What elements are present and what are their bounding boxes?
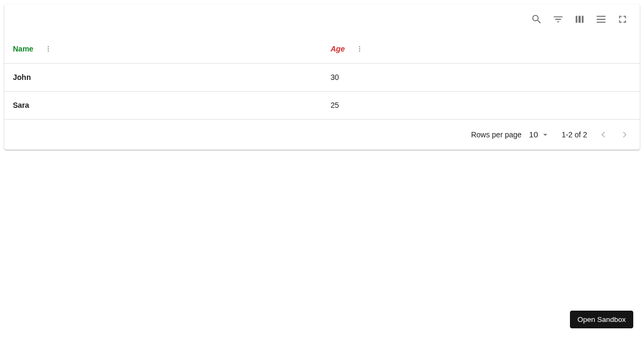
cell-name: Sara bbox=[4, 91, 322, 119]
column-menu-age-button[interactable] bbox=[354, 43, 365, 54]
chevron-right-icon bbox=[619, 129, 631, 141]
next-page-button[interactable] bbox=[614, 124, 635, 145]
column-menu-name-button[interactable] bbox=[43, 43, 54, 54]
rows-per-page-value: 10 bbox=[529, 130, 538, 139]
columns-icon[interactable] bbox=[569, 9, 590, 30]
data-table: Name Age John bbox=[4, 34, 640, 120]
pagination-range: 1-2 of 2 bbox=[562, 130, 587, 139]
data-table-container: Name Age John bbox=[4, 4, 640, 150]
cell-age: 30 bbox=[322, 63, 640, 91]
search-icon[interactable] bbox=[526, 9, 547, 30]
rows-per-page-label: Rows per page bbox=[471, 130, 522, 139]
table-toolbar bbox=[4, 4, 640, 34]
table-row[interactable]: Sara 25 bbox=[4, 91, 640, 119]
cell-name: John bbox=[4, 63, 322, 91]
rows-per-page-select[interactable]: 10 bbox=[529, 130, 550, 139]
table-row[interactable]: John 30 bbox=[4, 63, 640, 91]
column-header-name-label: Name bbox=[13, 45, 33, 53]
table-header-row: Name Age bbox=[4, 34, 640, 63]
table-footer: Rows per page 10 1-2 of 2 bbox=[4, 120, 640, 150]
caret-down-icon bbox=[540, 130, 550, 139]
column-header-age[interactable]: Age bbox=[322, 34, 640, 63]
prev-page-button[interactable] bbox=[592, 124, 614, 145]
more-vert-icon bbox=[44, 45, 53, 53]
cell-age: 25 bbox=[322, 91, 640, 119]
filter-icon[interactable] bbox=[547, 9, 569, 30]
density-icon[interactable] bbox=[590, 9, 612, 30]
fullscreen-icon[interactable] bbox=[612, 9, 633, 30]
chevron-left-icon bbox=[597, 129, 609, 141]
more-vert-icon bbox=[355, 45, 364, 53]
column-header-name[interactable]: Name bbox=[4, 34, 322, 63]
column-header-age-label: Age bbox=[331, 45, 345, 53]
